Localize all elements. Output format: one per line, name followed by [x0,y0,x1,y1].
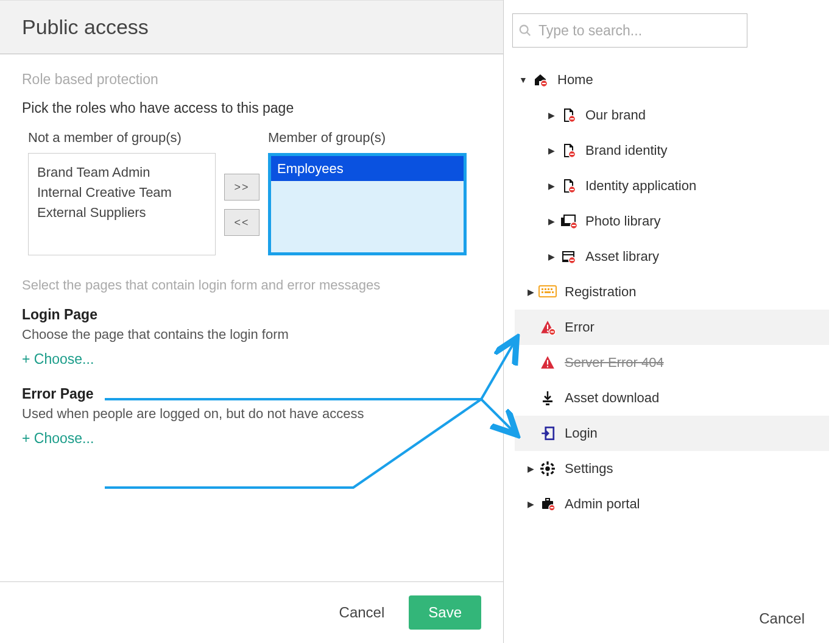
chevron-right-icon[interactable]: ▶ [524,287,537,297]
page-title: Public access [22,15,481,39]
search-input[interactable] [512,13,747,48]
svg-rect-39 [546,473,548,476]
tree-item-label: Asset library [585,249,659,265]
svg-rect-41 [552,467,555,469]
svg-rect-43 [551,463,554,466]
login-icon [537,425,559,441]
download-icon [537,390,559,406]
svg-rect-23 [551,288,552,290]
tree-item-error[interactable]: ▶Error [515,310,829,345]
svg-rect-31 [547,360,548,365]
tree-item-asset-download[interactable]: ▶Asset download [515,380,829,416]
move-right-button[interactable]: >> [224,174,259,201]
svg-rect-3 [542,83,546,84]
chevron-right-icon[interactable]: ▶ [545,146,557,155]
svg-rect-26 [552,291,554,293]
svg-rect-9 [570,189,574,190]
member-option[interactable]: Employees [271,156,464,181]
svg-rect-49 [551,507,554,508]
svg-rect-7 [570,154,574,155]
not-member-label: Not a member of group(s) [28,130,216,146]
member-listbox[interactable]: Employees [268,153,467,255]
svg-line-1 [527,32,531,36]
tree-item-home[interactable]: ▼Home [515,62,829,98]
tree-item-label: Settings [565,461,613,477]
svg-rect-45 [551,471,554,474]
tree-item-label: Identity application [585,178,696,194]
svg-rect-42 [541,463,545,466]
svg-rect-44 [541,471,545,474]
page-icon [557,143,579,158]
briefcase-icon [537,497,559,511]
photos-icon [557,214,579,229]
keyboard-icon [537,285,559,299]
chevron-right-icon[interactable]: ▶ [545,216,557,226]
not-member-option[interactable]: Brand Team Admin [37,162,206,182]
svg-rect-32 [547,366,548,367]
svg-rect-22 [548,288,549,290]
tree-item-settings[interactable]: ▶Settings [515,451,829,486]
svg-rect-35 [546,403,549,405]
chevron-right-icon[interactable]: ▶ [524,499,537,509]
tree-cancel-button[interactable]: Cancel [759,610,805,627]
svg-rect-38 [546,461,548,464]
login-page-choose-link[interactable]: + Choose... [22,351,481,368]
tree-item-brand-identity[interactable]: ▶Brand identity [515,133,829,168]
error-page-choose-link[interactable]: + Choose... [22,430,481,447]
cancel-button[interactable]: Cancel [339,604,385,621]
tree-item-label: Admin portal [565,496,640,512]
chevron-right-icon[interactable]: ▶ [545,181,557,191]
svg-point-0 [520,26,528,34]
page-icon [557,178,579,194]
chevron-right-icon[interactable]: ▶ [524,464,537,474]
tree-item-label: Server Error 404 [565,355,664,371]
role-protection-heading: Role based protection [22,71,481,88]
move-left-button[interactable]: << [224,209,259,236]
tree-item-our-brand[interactable]: ▶Our brand [515,98,829,133]
tree-item-label: Asset download [565,390,659,406]
library-icon [557,249,579,264]
save-button[interactable]: Save [409,595,481,630]
tree-item-label: Error [565,319,595,335]
gear-icon [537,461,559,477]
error-page-desc: Used when people are logged on, but do n… [22,406,481,422]
svg-rect-47 [546,499,549,501]
chevron-down-icon[interactable]: ▼ [517,75,529,85]
login-page-title: Login Page [22,307,481,323]
not-member-option[interactable]: External Suppliers [37,202,206,222]
tree-item-login[interactable]: ▶Login [515,416,829,451]
tree-item-label: Login [565,425,598,441]
tree-item-server-error-404[interactable]: ▶Server Error 404 [515,345,829,380]
svg-rect-28 [547,330,548,332]
svg-rect-25 [545,291,551,293]
tree-item-asset-library[interactable]: ▶Asset library [515,239,829,274]
svg-rect-24 [542,291,543,293]
warning-icon [537,319,559,335]
svg-rect-27 [547,325,548,330]
tree-item-label: Home [557,72,593,88]
member-label: Member of group(s) [268,130,467,146]
tree-item-identity-application[interactable]: ▶Identity application [515,168,829,204]
tree-item-photo-library[interactable]: ▶Photo library [515,204,829,239]
warning-icon [537,355,559,371]
svg-rect-18 [570,260,574,261]
svg-point-37 [545,466,550,471]
chevron-right-icon[interactable]: ▶ [545,252,557,261]
home-icon [529,73,551,87]
svg-rect-13 [572,225,576,226]
tree-item-admin-portal[interactable]: ▶Admin portal [515,486,829,522]
not-member-listbox[interactable]: Brand Team AdminInternal Creative TeamEx… [28,153,216,255]
page-icon [557,107,579,123]
login-page-desc: Choose the page that contains the login … [22,327,481,343]
search-icon [518,24,532,37]
not-member-option[interactable]: Internal Creative Team [37,182,206,202]
chevron-right-icon[interactable]: ▶ [545,110,557,120]
page-tree: ▼Home▶Our brand▶Brand identity▶Identity … [507,62,829,600]
role-instruction: Pick the roles who have access to this p… [22,100,481,116]
error-page-title: Error Page [22,386,481,402]
svg-rect-30 [551,332,554,333]
tree-item-label: Photo library [585,213,661,229]
tree-item-registration[interactable]: ▶Registration [515,274,829,310]
svg-rect-21 [545,288,546,290]
tree-item-label: Brand identity [585,143,668,158]
